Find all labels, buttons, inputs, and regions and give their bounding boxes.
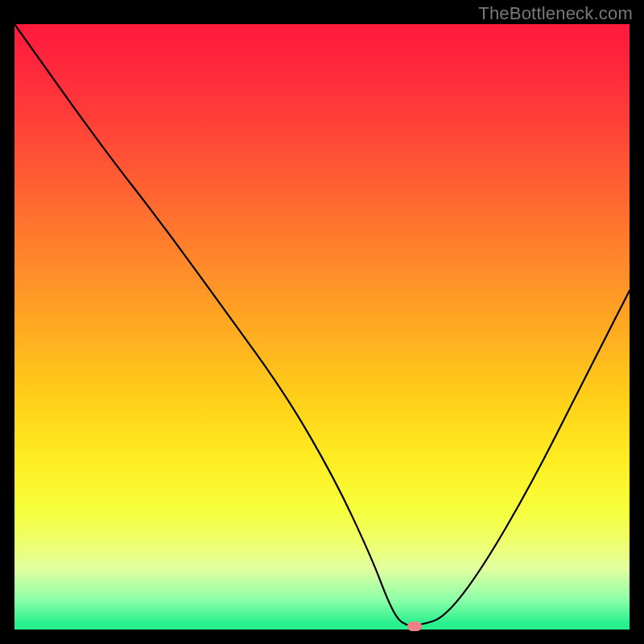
optimal-marker — [407, 621, 422, 631]
curve-path — [14, 24, 630, 625]
watermark-label: TheBottleneck.com — [478, 3, 633, 24]
bottleneck-curve — [14, 24, 630, 630]
chart-frame: TheBottleneck.com — [0, 0, 644, 644]
plot-area — [14, 24, 630, 630]
